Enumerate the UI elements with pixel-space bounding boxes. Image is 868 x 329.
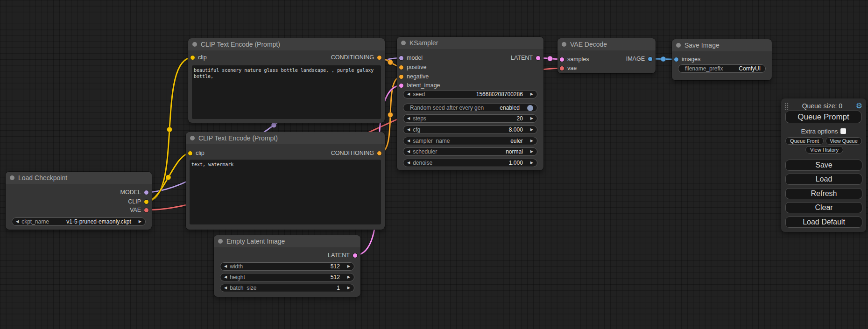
input-label: images	[682, 56, 700, 63]
widget-ckpt-name[interactable]: ◀ckpt_namev1-5-pruned-emaonly.ckpt▶	[12, 217, 146, 226]
input-dot-vae[interactable]	[560, 66, 564, 70]
prompt-textarea[interactable]: beautiful scenery nature glass bottle la…	[192, 65, 381, 119]
output-slot-latent: LATENT	[328, 252, 357, 259]
output-slot-image: IMAGE	[626, 55, 652, 63]
widget-sampler-name[interactable]: ◀sampler_nameeuler▶	[403, 137, 537, 145]
widget-value: enabled	[500, 105, 520, 111]
node-title-bar[interactable]: CLIP Text Encode (Prompt)	[188, 38, 385, 50]
input-dot-clip[interactable]	[191, 56, 195, 60]
refresh-button[interactable]: Refresh	[785, 188, 862, 199]
widget-batch-size[interactable]: ◀batch_size1▶	[220, 284, 354, 292]
decrement-arrow-icon[interactable]: ◀	[224, 275, 227, 279]
input-label: vae	[567, 65, 577, 71]
increment-arrow-icon[interactable]: ▶	[530, 128, 533, 132]
widget-denoise[interactable]: ◀denoise1.000▶	[403, 159, 537, 167]
extra-options-checkbox[interactable]	[840, 128, 846, 134]
increment-arrow-icon[interactable]: ▶	[530, 161, 533, 165]
prompt-textarea[interactable]: text, watermark	[190, 160, 381, 224]
widget-steps[interactable]: ◀steps20▶	[403, 114, 537, 123]
collapse-dot-icon[interactable]	[10, 175, 14, 180]
increment-arrow-icon[interactable]: ▶	[347, 275, 350, 279]
output-slot-vae: VAE	[130, 206, 148, 214]
collapse-dot-icon[interactable]	[190, 136, 195, 140]
collapse-dot-icon[interactable]	[401, 41, 406, 45]
input-dot-images[interactable]	[674, 57, 678, 62]
increment-arrow-icon[interactable]: ▶	[347, 265, 350, 268]
widget-filename-prefix[interactable]: filename_prefixComfyUI	[678, 64, 766, 73]
output-dot-conditioning[interactable]	[377, 56, 381, 60]
decrement-arrow-icon[interactable]: ◀	[407, 150, 410, 154]
node-title-bar[interactable]: VAE Decode	[557, 38, 656, 50]
load-default-button[interactable]: Load Default	[785, 217, 862, 228]
widget-seed[interactable]: ◀seed156680208700286▶	[403, 90, 537, 98]
increment-arrow-icon[interactable]: ▶	[139, 220, 141, 224]
input-slot-vae: vae	[560, 64, 577, 72]
node-title-bar[interactable]: KSampler	[397, 37, 543, 49]
comfyui-canvas[interactable]: Load CheckpointMODELCLIPVAE◀ckpt_namev1-…	[0, 0, 868, 329]
decrement-arrow-icon[interactable]: ◀	[224, 286, 227, 290]
view-queue-button[interactable]: View Queue	[826, 137, 862, 145]
widget-label: width	[230, 263, 243, 270]
queue-front-button[interactable]: Queue Front	[785, 137, 824, 145]
queue-prompt-button[interactable]: Queue Prompt	[785, 111, 861, 123]
decrement-arrow-icon[interactable]: ◀	[407, 92, 410, 96]
output-dot-latent[interactable]	[353, 253, 357, 258]
decrement-arrow-icon[interactable]: ◀	[407, 117, 410, 120]
collapse-dot-icon[interactable]	[218, 239, 223, 244]
gear-icon[interactable]: ⚙	[856, 102, 862, 110]
decrement-arrow-icon[interactable]: ◀	[224, 265, 227, 268]
output-dot-latent[interactable]	[536, 56, 540, 60]
output-dot-vae[interactable]	[144, 208, 148, 212]
node-empty-latent-image[interactable]: Empty Latent ImageLATENT◀width512▶◀heigh…	[214, 235, 360, 297]
widget-label: height	[230, 274, 245, 280]
decrement-arrow-icon[interactable]: ◀	[407, 139, 410, 143]
node-clip-encode-positive[interactable]: CLIP Text Encode (Prompt)clipCONDITIONIN…	[188, 38, 385, 123]
increment-arrow-icon[interactable]: ▶	[530, 117, 533, 120]
node-title-bar[interactable]: Load Checkpoint	[6, 172, 152, 184]
increment-arrow-icon[interactable]: ▶	[530, 92, 533, 96]
view-history-button[interactable]: View History	[805, 146, 843, 154]
input-dot-latent_image[interactable]	[399, 84, 403, 88]
widget-value: 20	[516, 115, 522, 122]
decrement-arrow-icon[interactable]: ◀	[16, 220, 19, 224]
increment-arrow-icon[interactable]: ▶	[347, 286, 350, 290]
output-dot-conditioning[interactable]	[377, 151, 381, 155]
collapse-dot-icon[interactable]	[562, 42, 566, 47]
node-clip-encode-negative[interactable]: CLIP Text Encode (Prompt)clipCONDITIONIN…	[186, 132, 385, 230]
collapse-dot-icon[interactable]	[192, 42, 197, 47]
widget-height[interactable]: ◀height512▶	[220, 273, 354, 281]
widget-scheduler[interactable]: ◀schedulernormal▶	[403, 147, 537, 156]
widget-width[interactable]: ◀width512▶	[220, 262, 354, 271]
load-button[interactable]: Load	[785, 174, 862, 185]
input-dot-clip[interactable]	[188, 151, 192, 155]
input-dot-model[interactable]	[399, 56, 403, 60]
node-save-image[interactable]: Save Imageimagesfilename_prefixComfyUI	[672, 39, 772, 80]
save-button[interactable]: Save	[785, 160, 862, 171]
queue-panel-header: Queue size: 0 ⚙	[781, 100, 866, 112]
input-dot-samples[interactable]	[560, 57, 564, 62]
output-dot-clip[interactable]	[144, 200, 148, 204]
decrement-arrow-icon[interactable]: ◀	[407, 128, 410, 132]
node-load-checkpoint[interactable]: Load CheckpointMODELCLIPVAE◀ckpt_namev1-…	[6, 172, 152, 230]
node-title-bar[interactable]: Save Image	[672, 39, 772, 51]
drag-handle-icon[interactable]	[784, 103, 789, 110]
node-vae-decode[interactable]: VAE DecodesamplesvaeIMAGE	[557, 38, 656, 73]
clear-button[interactable]: Clear	[785, 202, 862, 213]
widget-cfg[interactable]: ◀cfg8.000▶	[403, 126, 537, 134]
node-title-bar[interactable]: CLIP Text Encode (Prompt)	[186, 132, 385, 144]
toggle-knob-icon[interactable]	[527, 105, 533, 111]
output-dot-model[interactable]	[144, 190, 148, 195]
decrement-arrow-icon[interactable]: ◀	[407, 161, 410, 165]
output-slot-model: MODEL	[120, 189, 148, 196]
output-dot-image[interactable]	[648, 57, 652, 61]
node-title-bar[interactable]: Empty Latent Image	[214, 235, 360, 247]
node-title-label: CLIP Text Encode (Prompt)	[198, 134, 278, 142]
increment-arrow-icon[interactable]: ▶	[530, 139, 533, 143]
node-ksampler[interactable]: KSamplermodelpositivenegativelatent_imag…	[397, 37, 543, 170]
node-title-label: Save Image	[685, 42, 720, 49]
collapse-dot-icon[interactable]	[676, 43, 681, 48]
input-dot-positive[interactable]	[399, 65, 403, 70]
input-dot-negative[interactable]	[399, 75, 403, 79]
increment-arrow-icon[interactable]: ▶	[530, 150, 533, 154]
widget-Random seed after every gen[interactable]: Random seed after every genenabled	[403, 104, 537, 112]
